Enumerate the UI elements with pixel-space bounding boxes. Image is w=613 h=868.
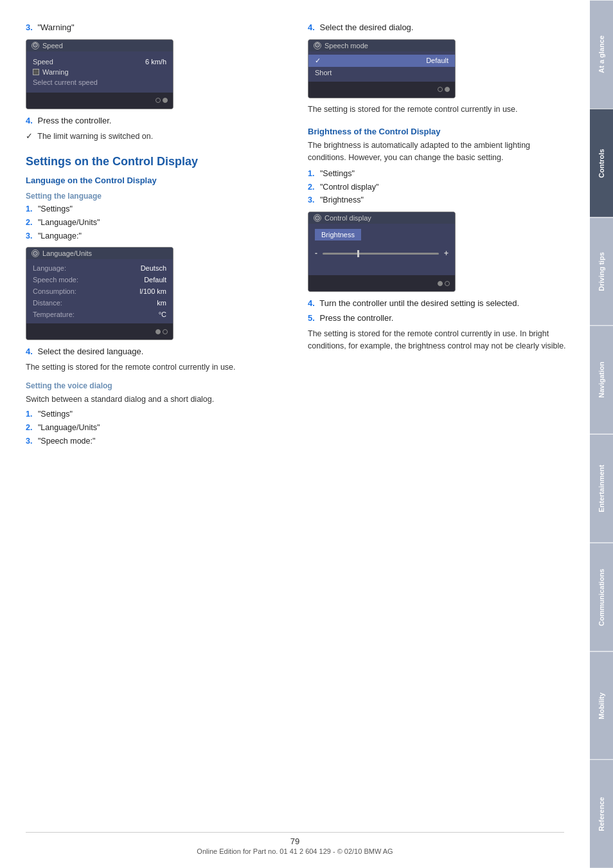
step-4b-text: Select the desired language. [37,347,143,356]
step-4a: 4. Press the controller. [26,114,289,127]
lang-value-2: l/100 km [139,287,166,295]
sidebar-tab-controls[interactable]: Controls [590,109,613,217]
brightness-icon: ⚙ [314,214,321,222]
lang-screen-footer [26,323,173,339]
voice-step-1: 1. "Settings" [26,408,289,420]
nav-dot-f [445,281,450,286]
step-4d-text: Turn the controller until the desired se… [319,298,519,308]
brightness-plus-icon: + [444,249,449,258]
brightness-screen-footer [308,275,455,291]
lang-label-1: Speech mode: [33,276,78,284]
nav-dot-b [163,329,168,334]
speech-mode-screen: ⚙ Speech mode ✓ Default Short [308,39,456,98]
voice-steps-list: 1. "Settings" 2. "Language/Units" 3. "Sp… [26,408,289,447]
speech-row-0: ✓ Default [308,55,455,67]
speed-screen-title: Speed [42,42,63,50]
speech-mode-titlebar: ⚙ Speech mode [308,40,455,51]
step-4c-num: 4. [308,23,315,32]
brightness-slider-thumb [357,250,359,257]
setting-stored-1: The setting is stored for the remote con… [26,361,289,374]
voice-step-3: 3. "Speech mode:" [26,435,289,448]
step-3-num: 3. [26,23,33,32]
speed-screen-footer [26,93,173,109]
speed-screen-body: Speed 6 km/h Warning Select current spee… [26,51,173,93]
voice-step-3-text: "Speech mode:" [38,437,95,446]
copyright-text: Online Edition for Part no. 01 41 2 604 … [26,847,564,855]
step-4d: 4. Turn the controller until the desired… [308,297,571,310]
step-3-warning: 3. "Warning" [26,21,289,34]
setting-language-title: Setting the language [26,192,289,201]
sidebar-tab-at-a-glance[interactable]: At a glance [590,0,613,109]
sidebar-tab-mobility[interactable]: Mobility [590,651,613,760]
nav-dot-e [438,281,443,286]
lang-screen-title: Language/Units [42,249,92,257]
step-4a-num: 4. [26,116,33,125]
brightness-screen-body: Brightness - + [308,224,455,275]
lang-step-3: 3. "Language:" [26,230,289,242]
brightness-slider-track [323,253,439,255]
lang-row-1: Speech mode: Default [26,274,173,285]
nav-dot-1 [155,98,161,103]
lang-screen-icon: ⚙ [31,249,39,257]
lang-step-2: 2. "Language/Units" [26,217,289,229]
page-footer: 79 Online Edition for Part no. 01 41 2 6… [0,832,590,855]
setting-stored-3: The setting is stored for the remote con… [308,328,571,352]
lang-value-4: °C [159,311,166,318]
step-5-num: 5. [308,313,315,323]
step-5-text: Press the controller. [319,313,393,323]
lang-value-1: Default [144,276,166,284]
brightness-section-title: Brightness of the Control Display [308,127,571,136]
page-number: 79 [26,836,564,846]
checkmark-line: ✓ The limit warning is switched on. [26,130,289,143]
nav-dot-2 [163,98,168,103]
step-5: 5. Press the controller. [308,312,571,325]
section-title: Settings on the Control Display [26,154,289,169]
speech-screen-footer [308,82,455,98]
screen1-speed-label: Speed [33,58,53,66]
left-column: 3. "Warning" ⚙ Speed Speed 6 km/h Warnin… [26,19,289,449]
voice-step-2-num: 2. [26,423,32,432]
screen-icon: ⚙ [31,42,39,50]
speech-label-1: Short [315,69,332,77]
sidebar-tab-communications[interactable]: Communications [590,543,613,651]
step-4a-text: Press the controller. [37,116,111,125]
warning-checkbox [33,69,39,75]
brightness-step-1-text: "Settings" [320,169,355,178]
checkmark-icon: ✓ [26,130,33,143]
voice-step-2-text: "Language/Units" [38,423,100,432]
brightness-titlebar: ⚙ Control display [308,212,455,224]
step-4d-num: 4. [308,298,315,308]
screen1-warning-label: Warning [42,68,69,76]
footer-divider: 79 Online Edition for Part no. 01 41 2 6… [26,832,564,855]
step-4b-num: 4. [26,347,33,356]
sidebar-tab-navigation[interactable]: Navigation [590,325,613,434]
brightness-step-2-num: 2. [308,183,314,192]
lang-step-1-num: 1. [26,204,32,213]
lang-row-2: Consumption: l/100 km [26,285,173,297]
screen1-speed-value: 6 km/h [145,58,166,66]
brightness-step-2-text: "Control display" [320,183,379,192]
main-content: 3. "Warning" ⚙ Speed Speed 6 km/h Warnin… [0,0,590,468]
checkmark-text: The limit warning is switched on. [37,132,153,141]
sidebar-tab-entertainment[interactable]: Entertainment [590,434,613,543]
voice-step-2: 2. "Language/Units" [26,422,289,434]
lang-step-1: 1. "Settings" [26,203,289,215]
lang-step-3-num: 3. [26,231,32,240]
brightness-step-3-text: "Brightness" [320,195,364,204]
brightness-item-label: Brightness [315,229,361,240]
lang-steps-list: 1. "Settings" 2. "Language/Units" 3. "La… [26,203,289,242]
speech-row-1: Short [308,67,455,78]
voice-intro-text: Switch between a standard dialog and a s… [26,393,289,406]
lang-value-0: Deutsch [141,264,166,272]
language-screen-body: Language: Deutsch Speech mode: Default C… [26,259,173,323]
language-subsection-title: Language on the Control Display [26,176,289,185]
brightness-screen-title: Control display [324,214,371,222]
nav-dot-a [155,329,161,334]
brightness-step-3-num: 3. [308,195,314,204]
sidebar-tab-reference[interactable]: Reference [590,759,613,868]
sidebar-tab-driving-tips[interactable]: Driving tips [590,217,613,326]
speed-screen: ⚙ Speed Speed 6 km/h Warning Select curr… [26,39,173,109]
speech-icon: ⚙ [314,42,321,50]
lang-row-4: Temperature: °C [26,309,173,320]
nav-dot-d [445,87,450,92]
